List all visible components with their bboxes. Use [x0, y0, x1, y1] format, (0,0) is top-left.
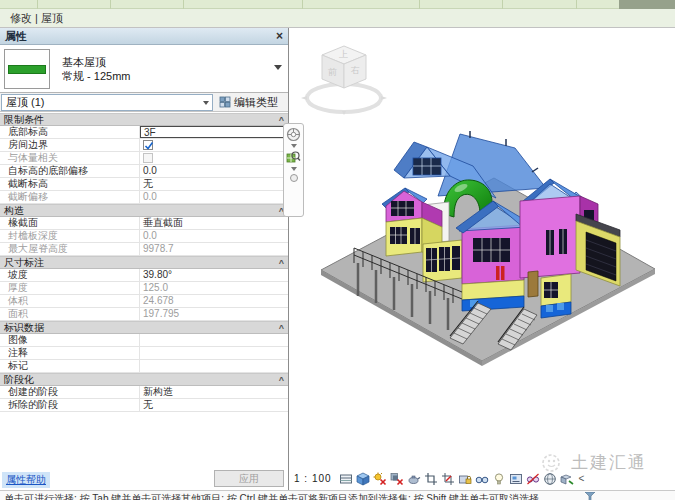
property-value: 0.0	[140, 230, 288, 242]
properties-header[interactable]: 属性 ×	[0, 28, 288, 45]
section-header-construction[interactable]: 构造 ^	[0, 204, 288, 217]
property-row[interactable]: 椽截面 垂直截面	[0, 217, 288, 230]
selection-filter-icon[interactable]	[585, 492, 595, 500]
property-row[interactable]: 注释	[0, 347, 288, 360]
type-selector[interactable]: 基本屋顶 常规 - 125mm	[0, 45, 288, 93]
property-label: 厚度	[0, 282, 140, 294]
context-tab[interactable]: 修改 | 屋顶	[0, 9, 675, 28]
visual-style-icon[interactable]	[356, 472, 370, 486]
sun-path-icon[interactable]	[373, 472, 387, 486]
chevron-down-icon	[203, 101, 209, 105]
related-to-mass-checkbox	[143, 153, 153, 163]
property-row: 截断偏移 0.0	[0, 191, 288, 204]
base-level-input[interactable]: 3F	[140, 126, 288, 138]
property-row[interactable]: 底部标高 3F	[0, 126, 288, 139]
pan-icon[interactable]	[289, 173, 299, 183]
property-value: 39.80°	[140, 269, 288, 281]
property-value: 24.678	[140, 295, 288, 307]
ribbon-separator	[183, 0, 184, 9]
viewcube-front-label[interactable]: 前	[328, 66, 337, 79]
property-label: 截断标高	[0, 178, 140, 190]
chevron-down-icon[interactable]	[274, 65, 282, 70]
section-header-identity-data[interactable]: 标识数据 ^	[0, 321, 288, 334]
edit-type-button[interactable]: 编辑类型	[219, 95, 278, 110]
property-row[interactable]: 坡度 39.80°	[0, 269, 288, 282]
ribbon-separator	[302, 0, 303, 9]
temporary-hide-isolate-icon[interactable]	[475, 472, 489, 486]
property-row[interactable]: 拆除的阶段 无	[0, 399, 288, 412]
properties-help-link[interactable]: 属性帮助	[2, 472, 50, 488]
apply-button[interactable]: 应用	[214, 470, 284, 487]
chevron-down-icon[interactable]	[291, 167, 297, 171]
viewcube-right-label[interactable]: 右	[351, 64, 360, 77]
house-model[interactable]	[310, 100, 660, 390]
chevron-down-icon[interactable]	[291, 144, 297, 148]
property-label: 体积	[0, 295, 140, 307]
view-scale[interactable]: 1 : 100	[294, 473, 332, 484]
property-row[interactable]: 图像	[0, 334, 288, 347]
locked-3d-view-icon[interactable]	[458, 472, 472, 486]
type-name-label: 常规 - 125mm	[62, 69, 130, 83]
ribbon-dark-block	[619, 0, 675, 9]
property-value	[140, 347, 288, 359]
property-value: 无	[140, 178, 288, 190]
section-header-dimensions[interactable]: 尺寸标注 ^	[0, 256, 288, 269]
type-family-label: 基本屋顶	[62, 55, 130, 69]
steering-wheel-icon[interactable]	[286, 127, 301, 142]
analytical-model-icon[interactable]	[526, 472, 540, 486]
edit-type-icon	[219, 96, 231, 108]
crop-region-icon[interactable]	[441, 472, 455, 486]
element-selector-value: 屋顶 (1)	[6, 96, 45, 108]
detail-level-icon[interactable]	[339, 472, 353, 486]
property-value: 0.0	[140, 191, 288, 203]
properties-title: 属性	[5, 29, 27, 44]
section-header-constraints[interactable]: 限制条件 ^	[0, 113, 288, 126]
center-window-strip[interactable]	[423, 240, 462, 282]
property-value: 125.0	[140, 282, 288, 294]
collapse-icon[interactable]: ^	[279, 323, 284, 333]
revit-window: 修改 | 屋顶 属性 × 基本屋顶 常规 - 125mm 屋顶 (1)	[0, 0, 675, 500]
element-selector-dropdown[interactable]: 屋顶 (1)	[1, 94, 213, 111]
check-icon	[144, 141, 154, 151]
property-label: 椽截面	[0, 217, 140, 229]
collapse-icon[interactable]: ^	[279, 258, 284, 268]
room-bounding-checkbox[interactable]	[143, 140, 153, 150]
collapse-icon[interactable]: ^	[279, 375, 284, 385]
section-header-phasing[interactable]: 阶段化 ^	[0, 373, 288, 386]
viewcube-top-label[interactable]: 上	[339, 48, 348, 61]
property-value	[140, 360, 288, 372]
reveal-hidden-elements-icon[interactable]	[492, 472, 506, 486]
property-label: 自标高的底部偏移	[0, 165, 140, 177]
property-row: 体积 24.678	[0, 295, 288, 308]
property-row[interactable]: 创建的阶段 新构造	[0, 386, 288, 399]
status-bar: 单击可进行选择; 按 Tab 键并单击可选择其他项目; 按 Ctrl 键并单击可…	[0, 490, 675, 500]
viewbar-collapse-icon[interactable]: <	[579, 473, 585, 484]
watermark-text: 土建汇通	[571, 451, 647, 474]
property-value: 无	[140, 399, 288, 411]
temporary-view-properties-icon[interactable]	[509, 472, 523, 486]
rendering-dialog-icon[interactable]	[407, 472, 421, 486]
property-value	[140, 334, 288, 346]
property-value: 9978.7	[140, 243, 288, 255]
property-row: 面积 197.795	[0, 308, 288, 321]
property-row[interactable]: 自标高的底部偏移 0.0	[0, 165, 288, 178]
crop-view-icon[interactable]	[424, 472, 438, 486]
property-row[interactable]: 截断标高 无	[0, 178, 288, 191]
property-row[interactable]: 房间边界	[0, 139, 288, 152]
property-row: 厚度 125.0	[0, 282, 288, 295]
drawing-area[interactable]: 上 前 右	[290, 28, 675, 490]
property-row[interactable]: 标记	[0, 360, 288, 373]
ribbon-separator	[502, 0, 503, 9]
navigation-bar[interactable]	[283, 123, 304, 217]
property-label: 注释	[0, 347, 140, 359]
type-thumbnail	[4, 49, 50, 89]
close-icon[interactable]: ×	[276, 29, 283, 43]
property-value: 197.795	[140, 308, 288, 320]
property-label: 创建的阶段	[0, 386, 140, 398]
property-row: 与体量相关	[0, 152, 288, 165]
property-label: 最大屋脊高度	[0, 243, 140, 255]
zoom-icon[interactable]	[286, 150, 301, 165]
shadows-icon[interactable]	[390, 472, 404, 486]
properties-panel: 属性 × 基本屋顶 常规 - 125mm 屋顶 (1)	[0, 28, 289, 490]
ribbon-separator	[37, 0, 38, 9]
